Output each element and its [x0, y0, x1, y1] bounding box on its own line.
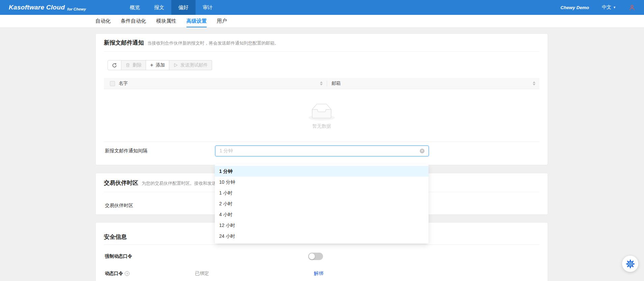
- user-icon[interactable]: [629, 4, 635, 11]
- notification-card-description: 当接收到合作伙伴新的报文时，将会发送邮件通知到您配置的邮箱。: [147, 40, 279, 46]
- settings-tabbar: 自动化 条件自动化 模块属性 高级设置 用户: [0, 15, 644, 28]
- sort-icon[interactable]: [320, 81, 323, 85]
- refresh-button[interactable]: [108, 60, 121, 70]
- interval-select-placeholder: 1 分钟: [219, 148, 420, 154]
- divider: [104, 51, 539, 52]
- nav-item-preferences[interactable]: 偏好: [171, 0, 196, 15]
- empty-state: 暂无数据: [104, 89, 539, 142]
- send-test-email-button[interactable]: 发送测试邮件: [169, 60, 212, 70]
- divider: [104, 245, 539, 245]
- interval-dropdown: 1 分钟 10 分钟 1 小时 2 小时 4 小时 12 小时 24 小时: [215, 164, 429, 244]
- empty-inbox-icon: [308, 104, 335, 121]
- main-nav: 概览 报文 偏好 审计: [123, 0, 220, 15]
- dropdown-option-4h[interactable]: 4 小时: [215, 209, 429, 220]
- main-content: 新报文邮件通知 当接收到合作伙伴新的报文时，将会发送邮件通知到您配置的邮箱。 删…: [95, 33, 548, 281]
- nav-item-messages[interactable]: 报文: [147, 0, 171, 15]
- dropdown-option-24h[interactable]: 24 小时: [215, 231, 429, 241]
- tab-conditional-automation[interactable]: 条件自动化: [121, 15, 146, 27]
- navbar-right: Chewy Demo 中文 ▼: [560, 4, 644, 11]
- gear-icon: [626, 259, 635, 269]
- refresh-icon: [112, 63, 117, 68]
- clear-icon[interactable]: ✕: [420, 149, 425, 153]
- tab-module-properties[interactable]: 模块属性: [156, 15, 176, 27]
- send-icon: [173, 63, 178, 68]
- brand-subtitle: for Chewy: [67, 7, 86, 11]
- send-test-email-label: 发送测试邮件: [180, 62, 208, 68]
- brand-name: Kasoftware Cloud: [9, 4, 65, 11]
- language-dropdown[interactable]: 中文 ▼: [602, 4, 616, 10]
- otp-label: 动态口令 ?: [105, 271, 129, 277]
- add-button-label: 添加: [156, 62, 165, 68]
- timezone-card-title: 交易伙伴时区: [104, 179, 138, 187]
- notification-card: 新报文邮件通知 当接收到合作伙伴新的报文时，将会发送邮件通知到您配置的邮箱。 删…: [95, 33, 548, 165]
- column-header-name[interactable]: 名字: [119, 78, 327, 89]
- interval-label: 新报文邮件通知间隔: [105, 148, 147, 154]
- question-circle-icon[interactable]: ?: [125, 271, 129, 276]
- brand-logo[interactable]: Kasoftware Cloud for Chewy: [0, 4, 86, 11]
- plus-icon: +: [150, 62, 153, 68]
- table-header: 名字 邮箱: [104, 78, 539, 89]
- force-otp-toggle[interactable]: [308, 253, 323, 260]
- settings-fab[interactable]: [622, 256, 638, 272]
- tab-automation[interactable]: 自动化: [95, 15, 111, 27]
- language-label: 中文: [602, 4, 611, 10]
- toolbar: 删除 + 添加 发送测试邮件: [108, 60, 212, 70]
- dropdown-option-12h[interactable]: 12 小时: [215, 220, 429, 231]
- notification-card-title: 新报文邮件通知: [104, 39, 144, 47]
- dropdown-option-1h[interactable]: 1 小时: [215, 187, 429, 198]
- timezone-field-label: 交易伙伴时区: [105, 203, 133, 209]
- otp-status-text: 已绑定: [195, 271, 209, 277]
- column-header-email[interactable]: 邮箱: [327, 78, 540, 89]
- top-navbar: Kasoftware Cloud for Chewy 概览 报文 偏好 审计 C…: [0, 0, 644, 15]
- tab-advanced-settings[interactable]: 高级设置: [186, 15, 207, 27]
- dropdown-option-10min[interactable]: 10 分钟: [215, 177, 429, 187]
- dropdown-option-2h[interactable]: 2 小时: [215, 198, 429, 209]
- empty-state-text: 暂无数据: [312, 123, 331, 129]
- delete-button[interactable]: 删除: [121, 60, 146, 70]
- timezone-card-description: 为您的交易伙伴配置时区。接收和发送报文: [142, 180, 225, 186]
- nav-item-audit[interactable]: 审计: [196, 0, 220, 15]
- tab-users[interactable]: 用户: [217, 15, 227, 27]
- sort-icon[interactable]: [533, 81, 535, 85]
- security-card-title: 安全信息: [104, 233, 127, 241]
- add-button[interactable]: + 添加: [146, 60, 169, 70]
- interval-select[interactable]: 1 分钟 ✕: [215, 146, 429, 156]
- dropdown-option-1min[interactable]: 1 分钟: [215, 166, 429, 177]
- select-all-checkbox[interactable]: [110, 81, 115, 86]
- unbind-link[interactable]: 解绑: [314, 271, 323, 277]
- nav-item-overview[interactable]: 概览: [123, 0, 147, 15]
- account-name[interactable]: Chewy Demo: [560, 5, 589, 10]
- chevron-down-icon: ▼: [613, 6, 616, 9]
- trash-icon: [125, 63, 130, 68]
- delete-button-label: 删除: [133, 62, 142, 68]
- force-otp-label: 强制动态口令: [105, 253, 132, 259]
- toggle-knob: [309, 253, 315, 259]
